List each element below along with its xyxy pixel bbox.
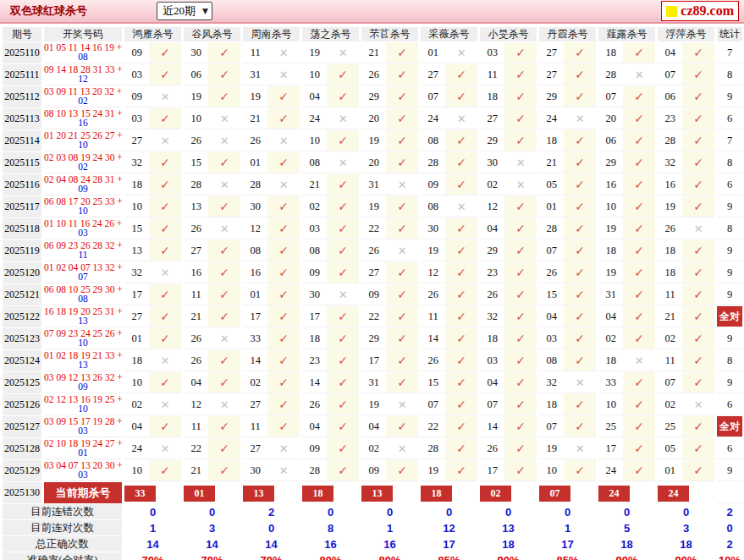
kill-cell: 26✓: [302, 394, 359, 415]
kill-cell: 07✓: [480, 394, 537, 415]
kill-number: 04: [480, 372, 504, 393]
correct-mark-icon: ✓: [682, 262, 714, 283]
correct-mark-icon: ✓: [267, 416, 300, 436]
correct-mark-icon: ✓: [504, 108, 537, 129]
kill-cell: 18✓: [124, 174, 181, 195]
kill-number: 26: [421, 284, 445, 305]
site-logo[interactable]: cz89.com: [661, 1, 739, 21]
correct-mark-icon: ✓: [267, 218, 300, 239]
period-cell: 2025110: [3, 42, 41, 63]
correct-mark-icon: ✓: [208, 284, 240, 305]
kill-number: 26: [361, 240, 386, 261]
summary-value: 16: [361, 536, 418, 552]
kill-cell: 10✓: [302, 64, 359, 85]
kill-cell: 30✓: [184, 42, 240, 63]
table-row: 202512903 04 07 13 20 30 +0310✓21✓30✕28✓…: [3, 460, 742, 481]
correct-mark-icon: ✓: [386, 306, 418, 327]
kill-cell: 15✓: [539, 284, 596, 305]
kill-cell: 04✓: [302, 416, 359, 437]
correct-mark-icon: ✓: [327, 306, 359, 327]
kill-number: 31: [243, 64, 267, 85]
kill-cell: 31✕: [361, 174, 418, 195]
draw-blue-number: 10: [44, 140, 122, 150]
period-cell: 2025120: [3, 262, 41, 283]
period-cell: 2025130: [3, 482, 41, 503]
correct-mark-icon: ✓: [208, 460, 240, 480]
kill-number: 15: [421, 372, 445, 393]
period-cell: 2025122: [3, 306, 41, 327]
kill-cell: 21✓: [302, 174, 359, 195]
kill-number: 07: [658, 372, 682, 393]
kill-cell: 26✓: [184, 350, 240, 371]
kill-number: 19: [539, 438, 564, 458]
summary-value: 80%: [302, 552, 359, 560]
wrong-mark-icon: ✕: [504, 174, 537, 195]
kill-cell: 27✓: [539, 42, 596, 63]
kill-number: 18: [480, 328, 504, 349]
kill-number: 08: [302, 240, 327, 261]
kill-number: 09: [124, 86, 149, 107]
correct-mark-icon: ✓: [445, 284, 477, 305]
correct-mark-icon: ✓: [682, 152, 714, 173]
kill-number: 15: [539, 284, 564, 305]
kill-number: 27: [480, 108, 504, 129]
correct-mark-icon: ✓: [327, 240, 359, 261]
period-cell: 2025121: [3, 284, 41, 305]
period-cell: 2025123: [3, 328, 41, 349]
correct-mark-icon: ✓: [149, 42, 181, 63]
kill-cell: 23✓: [658, 108, 714, 129]
correct-mark-icon: ✓: [149, 328, 181, 349]
kill-cell: 09✓: [361, 460, 418, 481]
period-cell: 2025116: [3, 174, 41, 195]
wrong-mark-icon: ✕: [623, 64, 655, 85]
draw-blue-number: 09: [44, 184, 122, 194]
kill-number: 04: [480, 218, 504, 239]
kill-cell: 26✓: [480, 284, 537, 305]
kill-cell: 02✓: [243, 372, 300, 393]
kill-number: 29: [480, 130, 504, 151]
kill-cell: 04✓: [598, 306, 655, 327]
kill-number: 27: [243, 438, 267, 458]
kill-number: 19: [184, 86, 208, 107]
correct-mark-icon: ✓: [386, 372, 418, 393]
current-kill-number: 13: [361, 486, 393, 502]
kill-number: 22: [361, 306, 386, 327]
kill-cell: 14✓: [243, 350, 300, 371]
kill-number: 21: [243, 108, 267, 129]
kill-number: 18: [124, 174, 149, 195]
correct-mark-icon: ✓: [386, 152, 418, 173]
kill-number: 01: [124, 328, 149, 349]
kill-cell: 08✓: [302, 240, 359, 261]
kill-cell: 02✓: [658, 328, 714, 349]
kill-cell: 03✓: [124, 108, 181, 129]
kill-number: 18: [598, 350, 623, 371]
kill-cell: 26✓: [480, 438, 537, 459]
kill-cell: 16✓: [598, 174, 655, 195]
kill-cell: 10✓: [598, 196, 655, 217]
kill-cell: 11✓: [184, 416, 240, 437]
draw-numbers-cell: 01 02 18 19 21 33 +13: [44, 350, 122, 371]
correct-mark-icon: ✓: [208, 262, 240, 283]
summary-value: 2: [243, 504, 300, 519]
stat-cell: 9: [717, 284, 742, 305]
correct-mark-icon: ✓: [504, 416, 537, 436]
current-kill-cell: 24: [658, 482, 714, 503]
column-header: 浮萍杀号: [658, 27, 714, 41]
kill-number: 05: [539, 174, 564, 195]
kill-cell: 29✓: [480, 240, 537, 261]
kill-number: 15: [124, 218, 149, 239]
draw-numbers-cell: 02 12 13 16 19 25 +10: [44, 394, 122, 415]
kill-number: 16: [658, 174, 682, 195]
kill-number: 26: [361, 64, 386, 85]
wrong-mark-icon: ✕: [267, 438, 300, 458]
kill-number: 31: [361, 174, 386, 195]
wrong-mark-icon: ✕: [208, 218, 240, 239]
correct-mark-icon: ✓: [208, 240, 240, 261]
wrong-mark-icon: ✕: [149, 438, 181, 458]
draw-blue-number: 10: [44, 404, 122, 414]
kill-number: 02: [361, 438, 386, 458]
kill-number: 27: [124, 130, 149, 151]
kill-cell: 27✕: [243, 438, 300, 459]
summary-value: 70%: [124, 552, 181, 560]
range-select-dropdown[interactable]: 近20期 ▼: [157, 2, 212, 20]
